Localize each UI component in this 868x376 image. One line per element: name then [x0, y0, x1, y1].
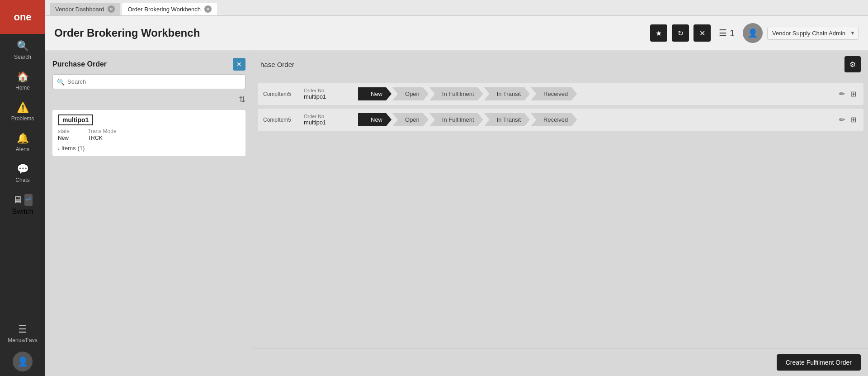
settings-icon: ⚙ [849, 60, 856, 69]
filter-icon: ⇅ [239, 95, 245, 104]
user-avatar-sidebar[interactable]: 👤 [13, 352, 33, 371]
menu-icon: ☰ [18, 324, 27, 335]
chevron-right-icon: › [58, 146, 60, 151]
sidebar-item-label: Switch [12, 208, 33, 216]
close-button[interactable]: ✕ [693, 24, 711, 42]
bottom-bar: Create Fulfilment Order [253, 348, 868, 376]
switch-badge-icon: ⇄ [24, 194, 33, 206]
status-new[interactable]: New [358, 87, 392, 100]
status-open[interactable]: Open [392, 87, 429, 100]
order-no-value: multipo1 [304, 93, 354, 100]
search-icon-inside: 🔍 [57, 78, 65, 86]
sidebar-item-label: Chats [15, 177, 29, 183]
page-header: Order Brokering Workbench ★ ↻ ✕ ☰ 1 👤 Ve… [45, 16, 868, 51]
star-button[interactable]: ★ [650, 24, 667, 42]
menu-button[interactable]: ☰ 1 [715, 26, 738, 40]
filter-bar: ⇅ [45, 93, 253, 108]
home-icon: 🏠 [17, 71, 29, 83]
warning-icon: ⚠️ [17, 102, 29, 114]
main-content: Vendor Dashboard ✕ Order Brokering Workb… [45, 0, 868, 376]
user-role-select[interactable]: Vendor Supply Chain Admin Admin Manager [767, 27, 859, 40]
sidebar-item-chats[interactable]: 💬 Chats [0, 157, 45, 188]
tab-label: Order Brokering Workbench [127, 6, 201, 13]
refresh-button[interactable]: ↻ [672, 24, 689, 42]
star-icon: ★ [656, 29, 662, 38]
sidebar-item-label: Search [14, 54, 31, 60]
status-in-transit[interactable]: In Transit [484, 113, 530, 126]
logo-text: one [14, 11, 31, 23]
notification-badge: 1 [730, 28, 735, 38]
settings-button[interactable]: ⚙ [844, 56, 861, 72]
status-open[interactable]: Open [392, 113, 429, 126]
status-in-fulfilment[interactable]: In Fulfilment [429, 113, 483, 126]
edit-button[interactable]: ✏ [837, 114, 847, 126]
hamburger-icon: ☰ [719, 28, 727, 38]
user-avatar-header[interactable]: 👤 [743, 23, 763, 43]
sidebar-item-home[interactable]: 🏠 Home [0, 65, 45, 95]
order-status-bar: New Open In Fulfilment In Transit Receiv… [358, 87, 833, 100]
order-no-label: Order No [304, 114, 354, 119]
refresh-icon: ↻ [678, 29, 684, 38]
edit-icon: ✏ [839, 90, 845, 98]
orders-list: CompItem5 Order No multipo1 New Open In … [253, 78, 868, 348]
sidebar-item-menus-favs[interactable]: ☰ Menus/Favs [0, 317, 45, 348]
content-area: Purchase Order ✕ 🔍 ⇅ multipo1 state [45, 51, 868, 376]
sidebar-item-switch[interactable]: 🖥 ⇄ Switch [0, 188, 45, 220]
order-details: Order No multipo1 [304, 88, 354, 100]
po-state-label: state [58, 128, 70, 134]
po-items-count: (1) [77, 145, 85, 152]
columns-icon: ⊞ [850, 90, 856, 98]
right-panel: hase Order ⚙ CompItem5 Order No multipo1… [253, 51, 868, 376]
po-list-item[interactable]: multipo1 state New Trans Mode TRCK › Ite… [52, 110, 245, 156]
tab-order-brokering-workbench[interactable]: Order Brokering Workbench ✕ [122, 3, 217, 15]
sidebar-item-problems[interactable]: ⚠️ Problems [0, 95, 45, 126]
header-actions: ★ ↻ ✕ ☰ 1 👤 Vendor Supply Chain Admin Ad… [650, 23, 859, 43]
sidebar: one 🔍 Search 🏠 Home ⚠️ Problems 🔔 Alerts… [0, 0, 45, 376]
tabs-bar: Vendor Dashboard ✕ Order Brokering Workb… [45, 0, 868, 16]
sidebar-item-label: Home [15, 85, 30, 91]
search-input[interactable] [52, 74, 245, 89]
table-row: CompItem5 Order No multipo1 New Open In … [258, 109, 863, 131]
panel-close-button[interactable]: ✕ [233, 58, 245, 71]
sidebar-item-search[interactable]: 🔍 Search [0, 34, 45, 65]
tab-close-button[interactable]: ✕ [108, 5, 115, 13]
columns-icon: ⊞ [850, 116, 856, 124]
order-no-value: multipo1 [304, 119, 354, 126]
order-actions: ✏ ⊞ [837, 88, 858, 100]
columns-button[interactable]: ⊞ [849, 88, 858, 100]
app-logo[interactable]: one [0, 0, 45, 34]
table-row: CompItem5 Order No multipo1 New Open In … [258, 83, 863, 105]
order-status-bar: New Open In Fulfilment In Transit Receiv… [358, 113, 833, 126]
status-received[interactable]: Received [531, 113, 577, 126]
status-new[interactable]: New [358, 113, 392, 126]
switch-icons: 🖥 ⇄ [13, 194, 33, 206]
tab-label: Vendor Dashboard [55, 6, 104, 13]
sidebar-item-label: Menus/Favs [8, 337, 37, 343]
edit-button[interactable]: ✏ [837, 88, 847, 100]
status-received[interactable]: Received [531, 87, 577, 100]
po-items-toggle[interactable]: › Items (1) [58, 145, 240, 152]
sidebar-item-label: Problems [11, 115, 34, 122]
tab-close-active-button[interactable]: ✕ [204, 5, 212, 13]
monitor-icon: 🖥 [13, 194, 23, 206]
tab-vendor-dashboard[interactable]: Vendor Dashboard ✕ [50, 3, 120, 15]
order-details: Order No multipo1 [304, 114, 354, 126]
create-fulfilment-order-button[interactable]: Create Fulfilment Order [777, 354, 861, 371]
po-trans-mode-value: TRCK [88, 135, 117, 141]
po-items-label: Items [61, 145, 76, 152]
status-in-fulfilment[interactable]: In Fulfilment [429, 87, 483, 100]
po-item-header: multipo1 [58, 114, 240, 125]
status-in-transit[interactable]: In Transit [484, 87, 530, 100]
bell-icon: 🔔 [17, 133, 29, 144]
panel-header: Purchase Order ✕ [45, 51, 253, 74]
sidebar-item-label: Alerts [16, 146, 30, 152]
po-item-name: multipo1 [58, 114, 93, 125]
search-box: 🔍 [52, 74, 245, 89]
po-item-meta: state New Trans Mode TRCK [58, 128, 240, 141]
left-panel: Purchase Order ✕ 🔍 ⇅ multipo1 state [45, 51, 253, 376]
sidebar-item-alerts[interactable]: 🔔 Alerts [0, 126, 45, 157]
filter-button[interactable]: ⇅ [239, 95, 245, 105]
order-actions: ✏ ⊞ [837, 114, 858, 126]
columns-button[interactable]: ⊞ [849, 114, 858, 126]
panel-title: Purchase Order [52, 60, 107, 68]
